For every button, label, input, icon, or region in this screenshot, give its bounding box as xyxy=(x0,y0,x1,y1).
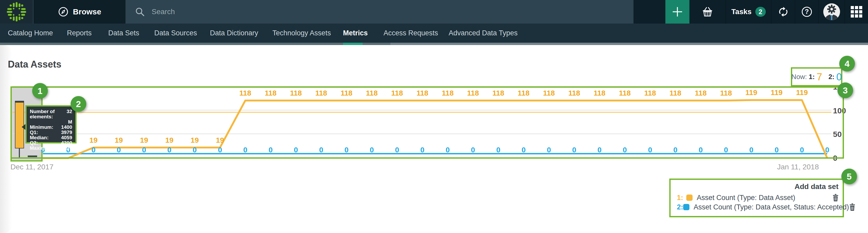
legend-index: 1: xyxy=(677,194,686,202)
sync-button[interactable] xyxy=(772,0,795,24)
series2-value-label: 0 xyxy=(471,146,475,154)
series1-value-label: 118 xyxy=(492,89,504,97)
subnav-item-data-sources[interactable]: Data Sources xyxy=(154,24,197,43)
series2-value-label: 0 xyxy=(218,146,222,154)
series1-value-label: 118 xyxy=(543,89,555,97)
delete-series2-trash-icon[interactable] xyxy=(849,203,856,211)
horizontal-scrollbar-track[interactable] xyxy=(0,43,868,45)
now-label: Now: xyxy=(792,73,807,81)
metrics-content: Data Assets 0501001501919191919191181181… xyxy=(0,45,868,233)
series2-current-value: 0 xyxy=(836,72,842,82)
boxplot-whisker xyxy=(19,148,20,158)
subnav-item-catalog-home[interactable]: Catalog Home xyxy=(8,24,53,43)
annotation-badge-1: 1 xyxy=(32,83,48,99)
tooltip-row-label: Median: xyxy=(30,135,49,140)
subnav-item-technology-assets[interactable]: Technology Assets xyxy=(272,24,331,43)
plus-icon xyxy=(672,6,683,18)
tooltip-row-label: Maximum: xyxy=(30,146,54,151)
sync-refresh-icon xyxy=(777,6,789,18)
tooltip-row: Q1:3979 xyxy=(30,130,72,135)
series1-value-label: 118 xyxy=(391,89,403,97)
alation-logo-icon xyxy=(6,1,27,22)
search-icon xyxy=(135,7,145,17)
series2-value-label: 0 xyxy=(496,146,500,154)
series1-value-label: 19 xyxy=(89,136,97,144)
user-menu[interactable] xyxy=(819,0,845,24)
apps-menu-button[interactable] xyxy=(845,0,868,24)
x-axis-start-date: Dec 11, 2017 xyxy=(10,163,54,171)
horizontal-scrollbar-thumb[interactable] xyxy=(0,43,390,45)
tooltip-row-label: Minimum: xyxy=(30,125,53,130)
subnav-item-access-requests[interactable]: Access Requests xyxy=(383,24,438,43)
series1-value-label: 19 xyxy=(140,136,148,144)
tasks-button[interactable]: Tasks 2 xyxy=(726,0,772,24)
browse-button[interactable]: Browse xyxy=(33,0,125,24)
series1-value-label: 19 xyxy=(191,136,199,144)
app-logo[interactable] xyxy=(0,0,33,24)
search-input[interactable] xyxy=(152,4,633,20)
tooltip-row-label: Number of elements: xyxy=(30,109,67,119)
global-search-bar xyxy=(125,0,633,24)
series1-value-label: 118 xyxy=(442,89,454,97)
series1-value-label: 118 xyxy=(290,89,302,97)
subnav-item-metrics[interactable]: Metrics xyxy=(343,24,368,43)
series1-value-label: 118 xyxy=(568,89,580,97)
data-set-legend: Add data set 1: Asset Count (Type: Data … xyxy=(669,179,844,217)
legend-swatch-blue xyxy=(683,204,689,210)
series1-value-label: 119 xyxy=(796,88,808,96)
series1-value-label: 19 xyxy=(115,136,123,144)
tooltip-row: Median:4059 xyxy=(30,135,72,140)
annotation-frame-chart xyxy=(10,86,844,159)
series2-value-label: 0 xyxy=(800,146,804,154)
series2-value-label: 0 xyxy=(370,146,374,154)
series2-value-label: 0 xyxy=(825,146,829,154)
compass-icon xyxy=(58,6,69,17)
compose-add-button[interactable] xyxy=(665,0,689,24)
legend-swatch-orange xyxy=(686,195,692,201)
add-data-set-button[interactable]: Add data set xyxy=(671,180,843,191)
browse-label: Browse xyxy=(73,7,101,16)
series2-value-label: 0 xyxy=(522,146,526,154)
help-button[interactable]: ? xyxy=(795,0,819,24)
tooltip-row: M xyxy=(30,119,72,125)
tooltip-row: Minimum:1400 xyxy=(30,125,72,130)
legend-rows: 1: Asset Count (Type: Data Asset) 2: Ass… xyxy=(671,193,843,212)
series1-value-label: 118 xyxy=(670,89,681,97)
y-axis-tick-label: 50 xyxy=(833,130,842,139)
legend-label: Asset Count (Type: Data Asset) xyxy=(697,194,832,202)
subnav-item-data-sets[interactable]: Data Sets xyxy=(108,24,140,43)
active-tab-underline xyxy=(343,43,363,45)
tooltip-row-value: 4224 xyxy=(61,146,72,151)
annotation-badge-2: 2 xyxy=(70,96,86,112)
annotation-badge-3: 3 xyxy=(837,83,853,98)
tooltip-row: Number of elements:32 xyxy=(30,109,72,119)
current-values-box: Now: 1: 7 2: 0 xyxy=(791,67,842,86)
tooltip-row-value: 4059 xyxy=(61,135,72,140)
avatar-gear-person-icon xyxy=(823,3,840,20)
series1-value-label: 118 xyxy=(265,89,276,97)
subnav-item-data-dictionary[interactable]: Data Dictionary xyxy=(210,24,258,43)
basket-button[interactable] xyxy=(689,0,726,24)
annotation-badge-5: 5 xyxy=(841,169,857,184)
series1-line xyxy=(43,100,827,158)
boxplot-whisker-cap xyxy=(16,157,23,158)
svg-text:?: ? xyxy=(805,8,809,15)
app-root: Browse Tasks 2 xyxy=(0,0,868,233)
tooltip-row-value: 4200 xyxy=(61,140,72,146)
page-title: Data Assets xyxy=(8,59,61,70)
series2-value-label: 0 xyxy=(294,146,298,154)
tooltip-row-value: 3979 xyxy=(61,130,72,135)
series2-value-label: 0 xyxy=(142,146,146,154)
top-navbar: Browse Tasks 2 xyxy=(0,0,868,24)
series1-current-value: 7 xyxy=(816,72,822,82)
delete-series1-trash-icon[interactable] xyxy=(832,194,839,201)
legend-label: Asset Count (Type: Data Asset, Status: A… xyxy=(693,203,849,211)
subnav-item-reports[interactable]: Reports xyxy=(67,24,92,43)
annotation-badge-4: 4 xyxy=(839,56,855,71)
series1-value-label: 118 xyxy=(518,89,529,97)
series1-value-label: 19 xyxy=(216,136,224,144)
y-axis-tick-label: 0 xyxy=(833,154,837,162)
subnav-item-advanced-data-types[interactable]: Advanced Data Types xyxy=(448,24,518,43)
legend-index: 2: xyxy=(677,203,683,211)
series2-value-label: 0 xyxy=(117,146,121,154)
